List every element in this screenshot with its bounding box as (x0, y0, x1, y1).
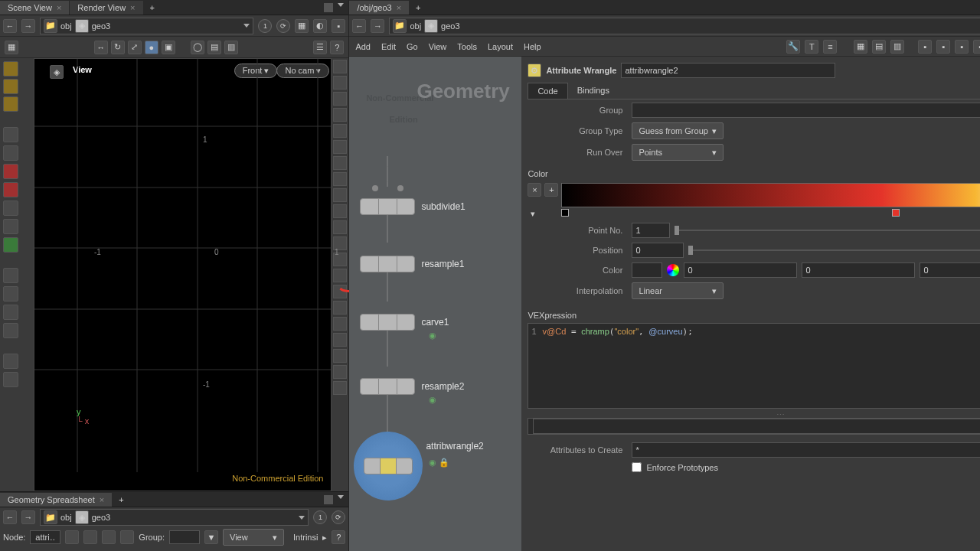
panel-menu-icon[interactable] (338, 3, 344, 7)
note-icon[interactable]: ▪ (955, 40, 969, 54)
node-resample2[interactable]: resample2 (360, 378, 464, 395)
display-option[interactable] (333, 140, 347, 154)
display-option[interactable] (333, 381, 347, 395)
display-option[interactable] (333, 124, 347, 138)
menu-add[interactable]: Add (355, 42, 371, 51)
view-menu-icon[interactable]: ◈ (50, 65, 64, 79)
refresh-icon[interactable]: ⟳ (332, 510, 345, 524)
ramp-point[interactable] (561, 209, 569, 217)
color-ramp[interactable] (561, 183, 980, 207)
add-point-button[interactable]: + (544, 183, 558, 197)
snap-multi[interactable] (3, 323, 18, 338)
view-select[interactable]: View▾ (223, 529, 284, 546)
path-root[interactable]: obj (60, 21, 72, 31)
path-node[interactable]: geo3 (92, 513, 110, 522)
translate-icon[interactable]: ↔ (94, 41, 108, 54)
view-icon[interactable]: ▥ (890, 40, 904, 54)
node-input[interactable] (30, 530, 60, 544)
menu-edit[interactable]: Edit (381, 42, 396, 51)
ramp-collapse-icon[interactable]: ▾ (531, 209, 535, 219)
node-connector[interactable] (372, 185, 378, 191)
forward-button[interactable]: → (21, 19, 35, 33)
lock-tool[interactable] (3, 145, 18, 161)
axis-gizmo[interactable] (3, 237, 18, 253)
path-root[interactable]: obj (410, 21, 421, 31)
class-icon[interactable] (65, 530, 79, 544)
view-icon[interactable]: ▦ (854, 40, 867, 54)
attrcreate-input[interactable] (632, 442, 980, 458)
node-connector[interactable] (397, 185, 403, 191)
status-input[interactable] (533, 419, 980, 434)
camera-icon[interactable]: ▣ (162, 41, 175, 54)
display-flag-icon[interactable]: ◉ (429, 395, 436, 405)
box-icon[interactable]: ▪ (973, 40, 980, 54)
list-icon[interactable]: ≡ (823, 40, 837, 54)
viewport[interactable]: ◈ View Front ▾ No cam ▾ -1 0 1 1 -1 y└ x… (34, 58, 332, 491)
tab-scene-view[interactable]: Scene View× (0, 1, 69, 15)
path-node[interactable]: geo3 (441, 21, 459, 31)
text-icon[interactable]: T (805, 40, 818, 54)
pointno-slider[interactable] (675, 223, 980, 238)
back-button[interactable]: ← (3, 19, 17, 33)
rotate-icon[interactable]: ↻ (111, 41, 125, 54)
brush-tool[interactable] (3, 96, 18, 112)
add-tab-button[interactable]: + (410, 3, 426, 12)
display-option[interactable] (333, 108, 347, 122)
enforce-checkbox[interactable] (632, 462, 642, 472)
add-tab-button[interactable]: + (144, 3, 161, 12)
view-icon[interactable]: ▤ (872, 40, 886, 54)
tab-obj-geo3[interactable]: /obj/geo3× (349, 1, 409, 15)
color-r-input[interactable] (684, 262, 797, 278)
close-icon[interactable]: × (130, 3, 135, 12)
path-dropdown-icon[interactable] (243, 24, 250, 28)
close-icon[interactable]: × (100, 495, 104, 504)
menu-go[interactable]: Go (407, 42, 418, 51)
display-option[interactable] (333, 333, 347, 347)
menu-layout[interactable]: Layout (488, 42, 513, 51)
color-g-input[interactable] (802, 262, 915, 278)
folder-icon[interactable]: 📁 (44, 19, 57, 33)
snap-curve[interactable] (3, 286, 18, 302)
take-indicator[interactable]: 1 (258, 19, 272, 33)
filter-icon[interactable]: ▼ (204, 530, 218, 544)
display-option[interactable] (333, 188, 347, 202)
snap-point[interactable] (3, 268, 18, 283)
refresh-icon[interactable]: ⟳ (276, 19, 290, 33)
panel-menu-icon[interactable] (338, 495, 344, 499)
forward-button[interactable]: → (21, 510, 35, 524)
intrinsic-label[interactable]: Intrinsi (293, 533, 318, 542)
ramp-point[interactable] (892, 209, 900, 217)
snap-grid[interactable] (3, 305, 18, 320)
vertex-display[interactable] (3, 201, 18, 216)
scale-icon[interactable]: ⤢ (128, 41, 142, 54)
menu-help[interactable]: Help (524, 42, 541, 51)
wrench-icon[interactable]: 🔧 (786, 40, 800, 54)
gear-icon[interactable] (3, 354, 18, 369)
color-swatch[interactable] (632, 262, 662, 278)
display-option[interactable] (333, 92, 347, 106)
close-icon[interactable]: × (397, 3, 401, 12)
light-icon[interactable]: ◯ (191, 41, 204, 54)
forward-button[interactable]: → (371, 19, 384, 33)
display-option[interactable] (333, 172, 347, 186)
take-indicator[interactable]: 1 (313, 510, 327, 524)
list-icon[interactable]: ☰ (313, 41, 327, 54)
select-tool[interactable] (3, 61, 18, 77)
color-b-input[interactable] (920, 262, 980, 278)
display-option[interactable] (333, 204, 347, 218)
display-flag-icon[interactable]: ◉ (429, 331, 436, 341)
wireframe-icon[interactable]: ▦ (295, 19, 309, 33)
close-icon[interactable]: × (57, 3, 61, 12)
path-root[interactable]: obj (60, 513, 72, 522)
folder-icon[interactable]: 📁 (393, 19, 407, 33)
group-input[interactable] (632, 103, 980, 118)
node-resample1[interactable]: resample1 (360, 256, 464, 272)
add-tab-button[interactable]: + (113, 495, 129, 504)
network-view[interactable]: Non-CommercialEdition Geometry subdivide… (349, 57, 521, 551)
class-icon[interactable] (102, 530, 116, 544)
lasso-tool[interactable] (3, 79, 18, 94)
snap-icon[interactable]: ▤ (207, 41, 221, 54)
vex-code-editor[interactable]: 1v@Cd = chramp("color", @curveu); (528, 323, 980, 409)
node-name-input[interactable] (621, 63, 835, 78)
node-subdivide1[interactable]: subdivide1 (360, 198, 465, 215)
